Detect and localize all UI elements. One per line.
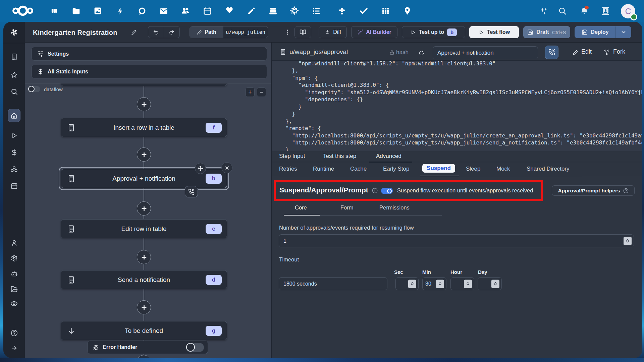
diff-button[interactable]: Diff — [319, 26, 347, 38]
sidebar-resources-icon[interactable] — [10, 166, 18, 173]
deck-icon[interactable] — [268, 6, 277, 15]
dataflow-toggle[interactable] — [28, 86, 40, 92]
sidebar-users-icon[interactable] — [10, 239, 18, 246]
deploy-button[interactable]: Deploy — [575, 26, 631, 38]
tab-step-input[interactable]: Step Input — [279, 153, 305, 160]
flow-graph-canvas[interactable]: Insert a row in a table f Approval + not… — [25, 83, 271, 358]
add-step-button[interactable] — [137, 97, 151, 111]
path-value[interactable]: u/wapp_julien — [223, 26, 268, 38]
sidebar-expand-icon[interactable] — [10, 344, 18, 352]
static-inputs-bar[interactable]: All Static Inputs — [32, 65, 267, 78]
talk-icon[interactable] — [137, 6, 146, 15]
sidebar-runs-icon[interactable] — [10, 132, 18, 139]
error-handler-toggle[interactable] — [186, 343, 204, 352]
flow-node-input[interactable] — [61, 83, 227, 86]
delete-node-button[interactable] — [221, 162, 232, 173]
tables-icon[interactable] — [381, 6, 390, 15]
test-up-to-button[interactable]: Test up tob — [402, 26, 465, 38]
more-menu-icon[interactable] — [284, 28, 291, 36]
edit-title-icon[interactable] — [131, 29, 137, 35]
flow-node[interactable]: Send a notification d — [61, 270, 227, 289]
suspend-indicator-icon[interactable] — [185, 186, 198, 197]
files-icon[interactable] — [71, 6, 80, 15]
favorites-icon[interactable] — [225, 6, 234, 15]
draft-button[interactable]: DraftCtrl+S — [523, 26, 570, 38]
flow-node[interactable]: To be defined g — [61, 321, 227, 340]
suspend-tab-form[interactable]: Form — [340, 204, 354, 211]
ai-builder-button[interactable]: AI Builder — [351, 26, 397, 38]
approvals-count-input[interactable]: 1 — [279, 234, 634, 247]
move-node-handle[interactable] — [195, 163, 206, 174]
fork-script-button[interactable]: Fork — [613, 48, 625, 55]
sidebar-home-button[interactable] — [8, 109, 20, 122]
contacts-icon[interactable] — [181, 6, 190, 15]
deploy-main[interactable]: Deploy — [575, 26, 615, 38]
sidebar-variables-icon[interactable] — [10, 148, 18, 156]
add-step-button[interactable] — [137, 147, 151, 162]
nextcloud-logo[interactable] — [12, 5, 33, 16]
zoom-out-button[interactable]: − — [257, 87, 266, 97]
deploy-dropdown[interactable] — [615, 26, 631, 38]
timeout-hour-input[interactable] — [450, 277, 474, 290]
subtab-cache[interactable]: Cache — [350, 166, 367, 172]
subtab-sleep[interactable]: Sleep — [466, 166, 480, 172]
add-step-button[interactable] — [137, 201, 151, 216]
windmill-logo[interactable] — [10, 28, 19, 37]
subtab-mock[interactable]: Mock — [496, 166, 510, 172]
sidebar-folders-icon[interactable] — [10, 285, 18, 293]
number-spinner[interactable] — [408, 280, 416, 288]
number-spinner[interactable] — [624, 237, 632, 245]
tasks-icon[interactable] — [312, 6, 321, 15]
subtab-runtime[interactable]: Runtime — [313, 166, 334, 172]
notes-icon[interactable] — [247, 6, 256, 15]
subtab-retries[interactable]: Retries — [279, 166, 297, 172]
undo-button[interactable] — [148, 26, 164, 38]
suspend-tab-permissions[interactable]: Permissions — [379, 204, 410, 211]
sidebar-search-icon[interactable] — [10, 88, 18, 95]
flow-settings-bar[interactable]: Settings — [32, 47, 267, 61]
add-step-button[interactable] — [137, 250, 151, 264]
sidebar-schedules-icon[interactable] — [10, 182, 18, 189]
mail-icon[interactable] — [159, 6, 168, 15]
info-icon[interactable] — [372, 188, 378, 193]
contacts-menu-icon[interactable] — [601, 6, 610, 15]
sidebar-help-icon[interactable] — [10, 329, 18, 337]
subtab-early-stop[interactable]: Early Stop — [383, 166, 409, 172]
activity-icon[interactable] — [115, 6, 124, 15]
suspend-phone-button[interactable] — [545, 46, 558, 59]
flow-node[interactable]: Insert a row in a table f — [61, 118, 227, 137]
calendar-icon[interactable] — [203, 6, 212, 15]
redo-button[interactable] — [164, 26, 180, 38]
forms-icon[interactable] — [337, 6, 346, 15]
number-spinner[interactable] — [491, 280, 499, 288]
subtab-suspend[interactable]: Suspend — [422, 164, 455, 173]
tab-test-this-step[interactable]: Test this step — [323, 153, 356, 160]
error-handler-bar[interactable]: Error Handler — [88, 341, 208, 354]
number-spinner[interactable] — [436, 280, 444, 288]
docs-button[interactable] — [294, 26, 311, 38]
lockfile-code-viewer[interactable]: "npm:windmill-client@^1.158.2": "npm:win… — [272, 61, 642, 151]
search-icon[interactable] — [558, 6, 567, 15]
tab-advanced[interactable]: Advanced — [376, 153, 401, 160]
step-summary-input[interactable]: Approval + notification — [433, 46, 538, 59]
timeout-sec-input[interactable] — [395, 277, 419, 290]
dashboard-icon[interactable] — [50, 6, 59, 15]
suspend-tab-core[interactable]: Core — [295, 204, 307, 211]
number-spinner[interactable] — [464, 280, 472, 288]
checks-icon[interactable] — [359, 6, 368, 15]
add-step-button[interactable] — [137, 300, 151, 314]
path-button[interactable]: Path — [190, 26, 223, 38]
add-step-button[interactable] — [137, 355, 151, 358]
path-widget[interactable]: Path u/wapp_julien — [190, 26, 268, 38]
approval-helpers-button[interactable]: Approval/Prompt helpers — [552, 185, 635, 196]
timeout-min-input[interactable]: 30 — [422, 277, 446, 290]
maps-icon[interactable] — [403, 6, 412, 15]
sidebar-workspace-icon[interactable] — [10, 53, 18, 60]
sidebar-favorites-icon[interactable] — [10, 71, 18, 78]
sidebar-settings-icon[interactable] — [10, 254, 18, 262]
flow-node[interactable]: Edit row in table c — [61, 219, 227, 238]
collectives-icon[interactable] — [290, 6, 299, 15]
hash-label[interactable]: hash — [396, 49, 409, 56]
sidebar-audit-logs-icon[interactable] — [10, 300, 18, 307]
timeout-input[interactable]: 1800 seconds — [279, 277, 387, 290]
